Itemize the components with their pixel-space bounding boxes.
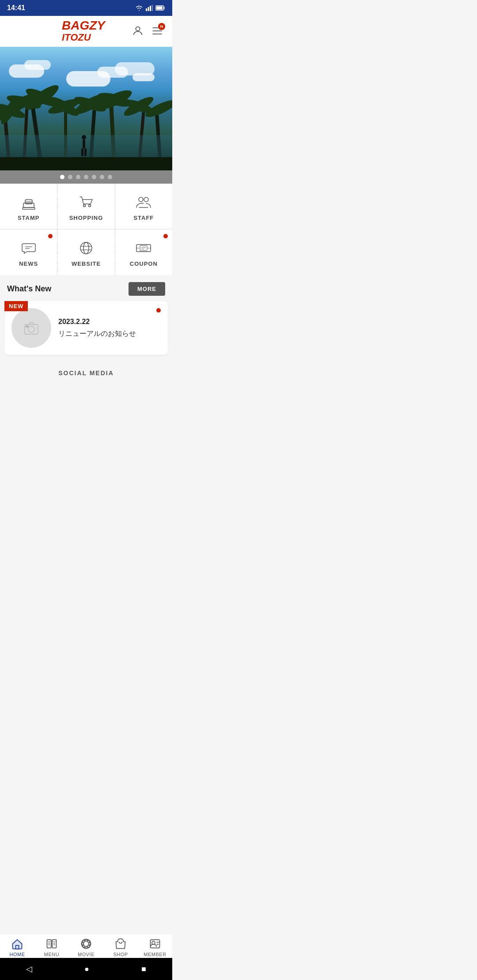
hero-banner[interactable] <box>0 47 172 170</box>
svg-rect-66 <box>52 940 56 948</box>
wifi-icon <box>135 5 143 11</box>
dot-7[interactable] <box>108 175 112 179</box>
nav-movie-label: MOVIE <box>78 952 95 957</box>
svg-point-52 <box>83 242 89 254</box>
svg-rect-39 <box>84 148 87 156</box>
nav-menu-label: MENU <box>44 952 59 957</box>
android-recent-button[interactable]: ■ <box>134 963 153 976</box>
movie-icon <box>80 938 92 950</box>
dot-6[interactable] <box>100 175 104 179</box>
website-label: WEBSITE <box>72 260 101 267</box>
nav-shop-label: SHOP <box>113 952 128 957</box>
stamp-icon <box>20 193 38 211</box>
stamp-menu-item[interactable]: STAMP <box>0 184 57 229</box>
member-icon <box>149 938 161 950</box>
staff-icon <box>135 193 152 211</box>
svg-rect-42 <box>23 207 35 209</box>
svg-point-84 <box>152 941 155 944</box>
header-actions: N <box>132 25 163 38</box>
profile-button[interactable] <box>132 25 144 38</box>
staff-label: STAFF <box>133 215 154 221</box>
menu-book-icon <box>45 938 58 950</box>
more-button[interactable]: MORE <box>129 282 165 296</box>
svg-point-62 <box>28 326 34 332</box>
svg-point-79 <box>83 940 85 942</box>
status-time: 14:41 <box>7 4 25 12</box>
grid-row-2: NEWS WEBSITE <box>0 230 172 275</box>
svg-point-77 <box>82 943 84 945</box>
status-bar: 14:41 <box>0 0 172 16</box>
news-date: 2023.2.22 <box>58 318 161 326</box>
stamp-label: STAMP <box>18 215 40 221</box>
app-header: BAGZY ITOZU N <box>0 16 172 47</box>
shopping-menu-item[interactable]: SHOPPING <box>57 184 115 229</box>
staff-menu-item[interactable]: STAFF <box>115 184 172 229</box>
svg-point-36 <box>82 135 86 139</box>
social-media-title: SOCIAL MEDIA <box>58 369 114 377</box>
svg-rect-64 <box>16 946 19 949</box>
camera-placeholder-icon <box>23 319 40 337</box>
news-thumbnail <box>11 308 51 348</box>
svg-point-51 <box>80 242 92 254</box>
shop-icon <box>114 938 127 950</box>
svg-rect-1 <box>148 7 149 11</box>
logo-line1: BAGZY <box>62 19 105 32</box>
svg-point-76 <box>85 946 87 949</box>
news-card[interactable]: NEW 2023.2.22 リニューアルのお知らせ <box>4 301 168 355</box>
user-icon <box>132 25 144 37</box>
svg-rect-34 <box>0 157 172 170</box>
dot-1[interactable] <box>60 175 64 179</box>
svg-rect-2 <box>150 6 151 11</box>
nav-home-label: HOME <box>10 952 25 957</box>
dot-3[interactable] <box>76 175 80 179</box>
social-media-section: SOCIAL MEDIA <box>0 360 172 384</box>
svg-point-75 <box>85 939 87 942</box>
svg-rect-65 <box>47 940 51 948</box>
new-badge: NEW <box>4 301 28 311</box>
website-menu-item[interactable]: WEBSITE <box>57 230 115 275</box>
nav-member-label: MEMBER <box>144 952 166 957</box>
signal-icon <box>146 5 153 11</box>
android-back-button[interactable]: ◁ <box>19 962 39 976</box>
nav-movie[interactable]: MOVIE <box>69 934 103 959</box>
svg-rect-3 <box>152 5 153 11</box>
dot-2[interactable] <box>68 175 72 179</box>
grid-menu: STAMP SHOPPING STAFF <box>0 184 172 275</box>
nav-home[interactable]: HOME <box>0 934 34 959</box>
svg-point-82 <box>87 945 90 947</box>
svg-rect-63 <box>26 326 28 327</box>
svg-point-6 <box>136 26 140 30</box>
news-unread-dot <box>156 308 161 313</box>
dot-4[interactable] <box>84 175 88 179</box>
svg-point-80 <box>87 940 90 942</box>
news-label: NEWS <box>19 260 38 267</box>
svg-point-45 <box>83 205 85 207</box>
coupon-menu-item[interactable]: COUPON <box>115 230 172 275</box>
slider-dots <box>0 170 172 184</box>
nav-shop[interactable]: SHOP <box>103 934 138 959</box>
svg-rect-5 <box>156 7 163 10</box>
status-icons <box>135 5 165 11</box>
news-text: リニューアルのお知らせ <box>58 329 161 339</box>
svg-point-47 <box>139 197 143 202</box>
news-menu-item[interactable]: NEWS <box>0 230 57 275</box>
nav-member[interactable]: MEMBER <box>138 934 172 959</box>
coupon-icon <box>135 239 152 257</box>
news-content: 2023.2.22 リニューアルのお知らせ <box>58 318 161 339</box>
whats-new-header: What's New MORE <box>0 275 172 301</box>
nav-menu[interactable]: MENU <box>34 934 69 959</box>
news-notification-dot <box>48 234 53 238</box>
battery-icon <box>155 5 165 11</box>
svg-rect-37 <box>83 139 85 148</box>
logo-line2: ITOZU <box>62 32 105 43</box>
bottom-navigation: HOME MENU MOVIE <box>0 934 172 961</box>
svg-rect-58 <box>140 245 147 251</box>
android-home-button[interactable]: ● <box>77 963 96 976</box>
shopping-label: SHOPPING <box>69 215 103 221</box>
whats-new-title: What's New <box>7 284 51 294</box>
svg-rect-38 <box>81 148 83 156</box>
dot-5[interactable] <box>92 175 96 179</box>
svg-rect-0 <box>146 8 147 11</box>
menu-button[interactable]: N <box>151 25 163 38</box>
svg-point-46 <box>88 205 91 207</box>
